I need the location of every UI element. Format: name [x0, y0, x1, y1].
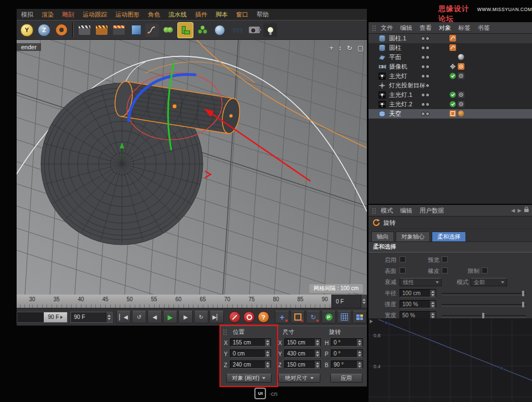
object-row[interactable]: 主光灯.1: [369, 90, 532, 100]
position-mode-dropdown[interactable]: 对象 (相对): [226, 374, 272, 383]
compositing-tag-icon[interactable]: [449, 110, 456, 117]
limit-checkbox[interactable]: [482, 267, 488, 274]
end-frame-spinner[interactable]: [361, 295, 367, 308]
current-frame-spinner[interactable]: [106, 312, 112, 322]
object-row[interactable]: 主光灯: [369, 71, 532, 81]
om-menu-file[interactable]: 文件: [381, 24, 393, 32]
falloff-curve-graph[interactable]: 0.8 0.4: [369, 318, 532, 402]
next-frame-button[interactable]: ▶: [178, 311, 193, 323]
enabled-check-tag-icon[interactable]: [449, 73, 456, 79]
spline-pen-button[interactable]: [145, 23, 159, 37]
autokey-button[interactable]: [243, 311, 255, 323]
eraser-checkbox[interactable]: [442, 267, 448, 274]
object-row[interactable]: 圆柱: [369, 43, 532, 53]
object-row[interactable]: 灯光投射目标: [369, 81, 532, 90]
om-menu-view[interactable]: 查看: [420, 24, 432, 32]
material-tag-icon[interactable]: [458, 54, 464, 60]
size-x-spinner[interactable]: [314, 339, 320, 346]
orbit-icon[interactable]: ↻: [347, 44, 352, 52]
menu-motion-track[interactable]: 运动跟踪: [83, 11, 107, 19]
target-tag-icon[interactable]: [458, 73, 464, 79]
keyframe-options-button[interactable]: ?: [258, 311, 269, 323]
panel-grip-icon[interactable]: [372, 208, 374, 209]
light-tool-button[interactable]: [263, 23, 277, 37]
play-backward-button[interactable]: ↺: [132, 311, 146, 323]
timeline-power-slider[interactable]: 90 F: [17, 312, 68, 323]
strength-slider[interactable]: [442, 304, 526, 306]
attr-menu-edit[interactable]: 编辑: [400, 207, 412, 215]
align-to-spline-tag-icon[interactable]: [449, 35, 456, 42]
size-z-field[interactable]: 150 cm: [284, 360, 321, 369]
attr-menu-mode[interactable]: 模式: [381, 207, 393, 215]
object-row[interactable]: 主光灯.2: [369, 100, 532, 109]
record-rotation-toggle[interactable]: ↻: [306, 311, 320, 323]
history-forward-icon[interactable]: ▶: [518, 208, 521, 213]
object-row-selected[interactable]: 天空: [369, 109, 532, 118]
object-row[interactable]: 平面: [369, 53, 532, 62]
align-to-spline-tag-icon[interactable]: [449, 44, 456, 51]
array-tool-button[interactable]: [195, 22, 211, 38]
visibility-dots[interactable]: [422, 65, 429, 68]
menu-plugins[interactable]: 插件: [195, 11, 207, 19]
menu-sculpt[interactable]: 雕刻: [62, 11, 74, 19]
power-slider-handle[interactable]: 90 F: [44, 312, 67, 322]
visibility-dots[interactable]: [422, 37, 429, 40]
target-tag-orange-icon[interactable]: [458, 63, 464, 70]
radius-field[interactable]: 100 cm: [400, 289, 436, 297]
menu-render[interactable]: 渲染: [42, 11, 54, 19]
visibility-dots[interactable]: [422, 103, 429, 106]
menu-script[interactable]: 脚本: [216, 11, 228, 19]
size-x-field[interactable]: 150 cm: [284, 338, 321, 347]
viewport-canvas[interactable]: [17, 40, 367, 295]
menu-mograph[interactable]: 运动图形: [115, 11, 140, 19]
falloff-dropdown[interactable]: 线性: [400, 278, 442, 286]
size-y-field[interactable]: 430 cm: [284, 349, 321, 358]
target-tag-icon[interactable]: [458, 101, 464, 107]
attr-menu-user-data[interactable]: 用户数据: [420, 207, 444, 215]
tab-axis[interactable]: 轴向: [371, 231, 394, 241]
size-y-spinner[interactable]: [314, 350, 320, 357]
om-menu-tags[interactable]: 标签: [458, 24, 470, 32]
enabled-check-tag-icon[interactable]: [449, 91, 456, 98]
visibility-dots[interactable]: [422, 75, 429, 78]
goto-start-button[interactable]: ▏◀: [116, 311, 131, 323]
rot-b-spinner[interactable]: [356, 361, 362, 368]
visibility-dots[interactable]: [422, 56, 429, 59]
viewport[interactable]: ender + ↕ ↻ ▢ 网格间隔 : 100 cm: [17, 40, 367, 295]
rot-p-field[interactable]: 0 °: [331, 349, 363, 358]
gizmo-center-handle[interactable]: [172, 104, 177, 109]
visibility-dots[interactable]: [422, 47, 429, 49]
size-z-spinner[interactable]: [314, 361, 320, 368]
point-level-animation-toggle[interactable]: [337, 311, 351, 323]
om-menu-bookmarks[interactable]: 书签: [478, 24, 490, 32]
enabled-check-tag-icon[interactable]: [449, 101, 456, 107]
strength-spinner[interactable]: [429, 301, 436, 308]
panel-grip-icon[interactable]: [223, 329, 224, 331]
pos-x-field[interactable]: 155 cm: [230, 338, 271, 347]
pos-z-field[interactable]: 240 cm: [230, 360, 271, 369]
toggle-view-icon[interactable]: ▢: [357, 44, 364, 52]
record-keyframe-button[interactable]: [229, 311, 241, 323]
radius-spinner[interactable]: [429, 290, 436, 297]
workplane-toggle[interactable]: [352, 311, 367, 323]
history-back-icon[interactable]: ◀: [511, 208, 515, 213]
menu-character[interactable]: 角色: [148, 11, 160, 19]
panel-grip-icon[interactable]: [372, 25, 374, 27]
visibility-dots[interactable]: [422, 84, 429, 87]
rot-h-field[interactable]: 0 °: [331, 338, 363, 347]
enable-checkbox[interactable]: [400, 256, 406, 262]
record-scale-toggle[interactable]: [290, 311, 305, 323]
menu-pipeline[interactable]: 流水线: [168, 11, 187, 19]
torus-tool-icon[interactable]: [53, 22, 69, 38]
timeline-ruler[interactable]: 30 35 40 45 50 55 60 65 70 75 80 85 90 0…: [17, 295, 367, 308]
object-row[interactable]: 圆柱.1: [369, 34, 532, 43]
sweep-tool-button-active[interactable]: [177, 22, 193, 38]
loop-button[interactable]: ↻: [194, 311, 208, 323]
object-row[interactable]: 摄像机: [369, 62, 532, 71]
sphere-environment-button[interactable]: [212, 22, 228, 38]
size-mode-dropdown[interactable]: 绝对尺寸: [278, 374, 320, 383]
surface-checkbox[interactable]: [400, 267, 406, 274]
edit-render-settings-button[interactable]: [111, 22, 127, 38]
section-header[interactable]: 柔和选择: [369, 242, 532, 252]
play-button[interactable]: ▶: [163, 311, 177, 323]
